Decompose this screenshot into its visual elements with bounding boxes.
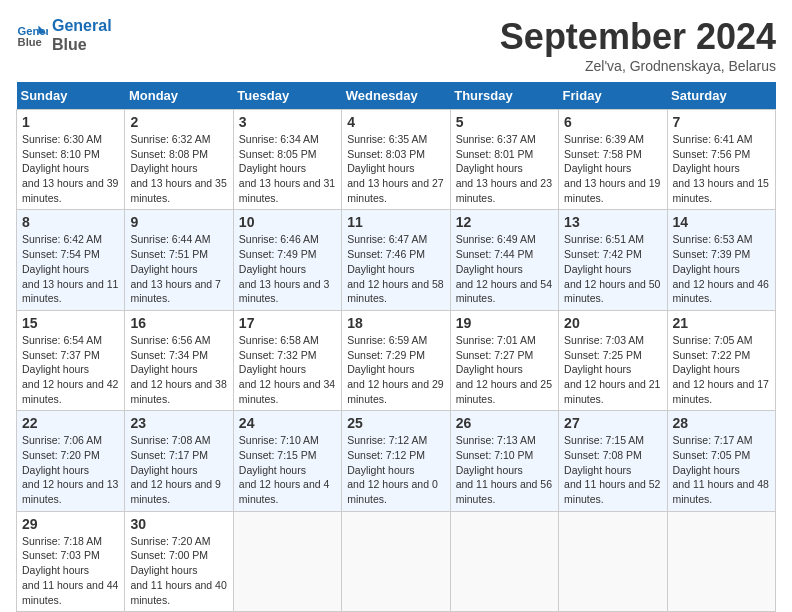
cell-info: Sunrise: 6:39 AMSunset: 7:58 PMDaylight … [564,132,661,205]
cell-info: Sunrise: 6:46 AMSunset: 7:49 PMDaylight … [239,232,336,305]
col-header-tuesday: Tuesday [233,82,341,110]
day-number: 1 [22,114,119,130]
day-number: 15 [22,315,119,331]
cell-info: Sunrise: 7:17 AMSunset: 7:05 PMDaylight … [673,433,770,506]
location: Zel'va, Grodnenskaya, Belarus [500,58,776,74]
calendar-cell: 7Sunrise: 6:41 AMSunset: 7:56 PMDaylight… [667,110,775,210]
calendar-cell: 29Sunrise: 7:18 AMSunset: 7:03 PMDayligh… [17,511,125,611]
week-row-5: 29Sunrise: 7:18 AMSunset: 7:03 PMDayligh… [17,511,776,611]
month-title: September 2024 [500,16,776,58]
calendar-cell: 21Sunrise: 7:05 AMSunset: 7:22 PMDayligh… [667,310,775,410]
day-number: 20 [564,315,661,331]
calendar-cell: 27Sunrise: 7:15 AMSunset: 7:08 PMDayligh… [559,411,667,511]
cell-info: Sunrise: 6:32 AMSunset: 8:08 PMDaylight … [130,132,227,205]
col-header-sunday: Sunday [17,82,125,110]
cell-info: Sunrise: 6:41 AMSunset: 7:56 PMDaylight … [673,132,770,205]
calendar-cell [342,511,450,611]
header-row: SundayMondayTuesdayWednesdayThursdayFrid… [17,82,776,110]
cell-info: Sunrise: 6:53 AMSunset: 7:39 PMDaylight … [673,232,770,305]
col-header-monday: Monday [125,82,233,110]
day-number: 18 [347,315,444,331]
calendar-cell: 24Sunrise: 7:10 AMSunset: 7:15 PMDayligh… [233,411,341,511]
day-number: 14 [673,214,770,230]
calendar-cell: 19Sunrise: 7:01 AMSunset: 7:27 PMDayligh… [450,310,558,410]
cell-info: Sunrise: 7:06 AMSunset: 7:20 PMDaylight … [22,433,119,506]
cell-info: Sunrise: 6:51 AMSunset: 7:42 PMDaylight … [564,232,661,305]
col-header-thursday: Thursday [450,82,558,110]
week-row-2: 8Sunrise: 6:42 AMSunset: 7:54 PMDaylight… [17,210,776,310]
calendar-cell: 25Sunrise: 7:12 AMSunset: 7:12 PMDayligh… [342,411,450,511]
day-number: 8 [22,214,119,230]
col-header-wednesday: Wednesday [342,82,450,110]
calendar-cell [450,511,558,611]
cell-info: Sunrise: 6:35 AMSunset: 8:03 PMDaylight … [347,132,444,205]
header: General Blue General Blue September 2024… [16,16,776,74]
calendar-cell: 16Sunrise: 6:56 AMSunset: 7:34 PMDayligh… [125,310,233,410]
calendar-cell: 11Sunrise: 6:47 AMSunset: 7:46 PMDayligh… [342,210,450,310]
calendar-cell: 28Sunrise: 7:17 AMSunset: 7:05 PMDayligh… [667,411,775,511]
calendar-cell [559,511,667,611]
day-number: 24 [239,415,336,431]
calendar-cell: 22Sunrise: 7:06 AMSunset: 7:20 PMDayligh… [17,411,125,511]
calendar-cell: 10Sunrise: 6:46 AMSunset: 7:49 PMDayligh… [233,210,341,310]
day-number: 10 [239,214,336,230]
cell-info: Sunrise: 7:13 AMSunset: 7:10 PMDaylight … [456,433,553,506]
calendar-cell: 26Sunrise: 7:13 AMSunset: 7:10 PMDayligh… [450,411,558,511]
calendar-cell: 30Sunrise: 7:20 AMSunset: 7:00 PMDayligh… [125,511,233,611]
cell-info: Sunrise: 7:20 AMSunset: 7:00 PMDaylight … [130,534,227,607]
calendar-cell: 4Sunrise: 6:35 AMSunset: 8:03 PMDaylight… [342,110,450,210]
calendar-cell: 15Sunrise: 6:54 AMSunset: 7:37 PMDayligh… [17,310,125,410]
title-area: September 2024 Zel'va, Grodnenskaya, Bel… [500,16,776,74]
day-number: 19 [456,315,553,331]
day-number: 29 [22,516,119,532]
cell-info: Sunrise: 7:10 AMSunset: 7:15 PMDaylight … [239,433,336,506]
calendar-cell: 5Sunrise: 6:37 AMSunset: 8:01 PMDaylight… [450,110,558,210]
day-number: 23 [130,415,227,431]
svg-text:Blue: Blue [18,36,42,48]
cell-info: Sunrise: 7:08 AMSunset: 7:17 PMDaylight … [130,433,227,506]
cell-info: Sunrise: 7:15 AMSunset: 7:08 PMDaylight … [564,433,661,506]
calendar-cell: 20Sunrise: 7:03 AMSunset: 7:25 PMDayligh… [559,310,667,410]
day-number: 26 [456,415,553,431]
cell-info: Sunrise: 6:42 AMSunset: 7:54 PMDaylight … [22,232,119,305]
logo: General Blue General Blue [16,16,112,54]
cell-info: Sunrise: 6:34 AMSunset: 8:05 PMDaylight … [239,132,336,205]
week-row-3: 15Sunrise: 6:54 AMSunset: 7:37 PMDayligh… [17,310,776,410]
cell-info: Sunrise: 6:30 AMSunset: 8:10 PMDaylight … [22,132,119,205]
day-number: 21 [673,315,770,331]
day-number: 7 [673,114,770,130]
day-number: 9 [130,214,227,230]
calendar-cell: 18Sunrise: 6:59 AMSunset: 7:29 PMDayligh… [342,310,450,410]
cell-info: Sunrise: 6:44 AMSunset: 7:51 PMDaylight … [130,232,227,305]
col-header-saturday: Saturday [667,82,775,110]
day-number: 25 [347,415,444,431]
day-number: 16 [130,315,227,331]
col-header-friday: Friday [559,82,667,110]
day-number: 2 [130,114,227,130]
day-number: 13 [564,214,661,230]
cell-info: Sunrise: 6:56 AMSunset: 7:34 PMDaylight … [130,333,227,406]
calendar-cell: 13Sunrise: 6:51 AMSunset: 7:42 PMDayligh… [559,210,667,310]
cell-info: Sunrise: 6:54 AMSunset: 7:37 PMDaylight … [22,333,119,406]
calendar-cell: 14Sunrise: 6:53 AMSunset: 7:39 PMDayligh… [667,210,775,310]
cell-info: Sunrise: 6:47 AMSunset: 7:46 PMDaylight … [347,232,444,305]
cell-info: Sunrise: 6:59 AMSunset: 7:29 PMDaylight … [347,333,444,406]
week-row-4: 22Sunrise: 7:06 AMSunset: 7:20 PMDayligh… [17,411,776,511]
day-number: 27 [564,415,661,431]
calendar-cell: 8Sunrise: 6:42 AMSunset: 7:54 PMDaylight… [17,210,125,310]
day-number: 17 [239,315,336,331]
day-number: 28 [673,415,770,431]
calendar-cell: 6Sunrise: 6:39 AMSunset: 7:58 PMDaylight… [559,110,667,210]
logo-general: General [52,16,112,35]
calendar-cell: 9Sunrise: 6:44 AMSunset: 7:51 PMDaylight… [125,210,233,310]
day-number: 5 [456,114,553,130]
cell-info: Sunrise: 7:12 AMSunset: 7:12 PMDaylight … [347,433,444,506]
day-number: 12 [456,214,553,230]
day-number: 3 [239,114,336,130]
day-number: 11 [347,214,444,230]
day-number: 22 [22,415,119,431]
day-number: 6 [564,114,661,130]
calendar-cell [233,511,341,611]
logo-blue: Blue [52,35,112,54]
calendar-table: SundayMondayTuesdayWednesdayThursdayFrid… [16,82,776,612]
